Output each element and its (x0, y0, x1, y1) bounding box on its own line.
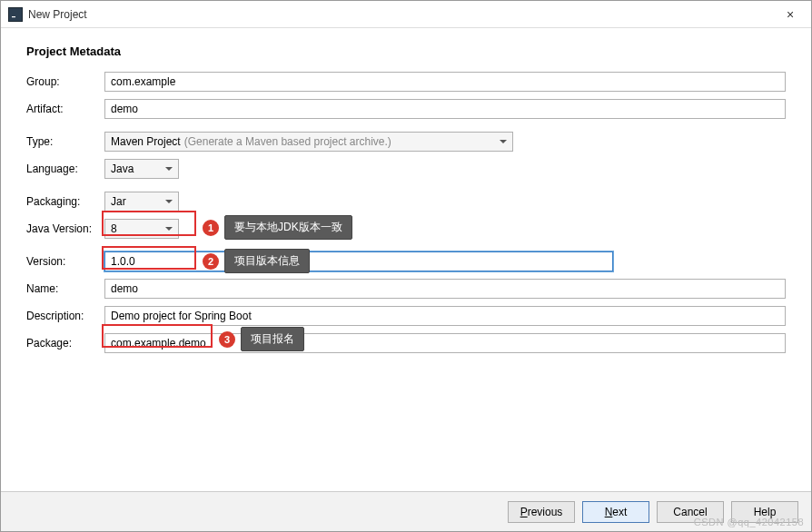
row-version: Version: (26, 251, 786, 272)
select-java-version-value: 8 (111, 222, 117, 235)
intellij-icon (8, 7, 23, 22)
section-title: Project Metadata (26, 44, 786, 58)
input-version[interactable] (104, 251, 613, 271)
select-java-version[interactable]: 8 (104, 219, 179, 239)
select-language-value: Java (111, 163, 134, 175)
select-type-value: Maven Project (111, 135, 181, 148)
row-package: Package: (26, 332, 786, 354)
label-package: Package: (26, 337, 104, 350)
annotation-badge-1: 1 (203, 220, 219, 236)
watermark: CSDN @qq_42042158 (694, 517, 804, 527)
label-description: Description: (26, 310, 104, 322)
window-title: New Project (28, 8, 87, 21)
row-type: Type: Maven Project (Generate a Maven ba… (26, 131, 786, 153)
annotation-badge-2: 2 (203, 253, 219, 270)
chevron-down-icon (165, 200, 173, 203)
annotation-text-1: 要与本地JDK版本一致 (224, 215, 352, 240)
annotation-text-3: 项目报名 (241, 327, 304, 351)
label-packaging: Packaging: (26, 195, 104, 208)
row-name: Name: (26, 278, 786, 300)
input-description[interactable] (104, 306, 786, 326)
input-package[interactable] (104, 333, 786, 353)
row-artifact: Artifact: (26, 98, 786, 120)
chevron-down-icon (165, 167, 173, 171)
row-group: Group: (26, 71, 786, 93)
input-group[interactable] (104, 72, 786, 92)
new-project-dialog: New Project × Project Metadata Group: Ar… (0, 0, 812, 532)
previous-button[interactable]: PPreviousrevious (508, 501, 575, 523)
select-type-hint: (Generate a Maven based project archive.… (184, 135, 391, 148)
label-version: Version: (26, 255, 104, 268)
chevron-down-icon (165, 227, 173, 231)
close-button[interactable]: × (769, 1, 811, 28)
label-name: Name: (26, 282, 104, 295)
annotation-badge-3: 3 (219, 331, 235, 348)
row-description: Description: (26, 305, 786, 327)
chevron-down-icon (500, 140, 507, 143)
svg-rect-0 (11, 10, 20, 19)
input-artifact[interactable] (104, 99, 786, 119)
annotation-2: 2 项目版本信息 (203, 249, 310, 273)
select-packaging-value: Jar (111, 195, 126, 208)
label-java-version: Java Version: (26, 222, 104, 235)
select-language[interactable]: Java (104, 159, 179, 179)
annotation-3: 3 项目报名 (219, 327, 304, 351)
titlebar: New Project × (1, 1, 811, 28)
svg-rect-1 (12, 16, 15, 17)
annotation-1: 1 要与本地JDK版本一致 (203, 215, 352, 240)
label-artifact: Artifact: (26, 103, 104, 115)
label-language: Language: (26, 163, 104, 175)
row-java-version: Java Version: 8 (26, 218, 786, 240)
annotation-text-2: 项目版本信息 (224, 249, 310, 273)
input-name[interactable] (104, 279, 786, 299)
select-packaging[interactable]: Jar (104, 192, 179, 212)
dialog-content: Project Metadata Group: Artifact: Type: … (1, 28, 811, 354)
dialog-footer: PPreviousrevious NextNext Cancel Help (1, 491, 811, 531)
row-language: Language: Java (26, 158, 786, 180)
label-type: Type: (26, 135, 104, 148)
label-group: Group: (26, 75, 104, 88)
select-type[interactable]: Maven Project (Generate a Maven based pr… (104, 132, 513, 152)
next-button[interactable]: NextNext (582, 501, 649, 523)
row-packaging: Packaging: Jar (26, 191, 786, 212)
